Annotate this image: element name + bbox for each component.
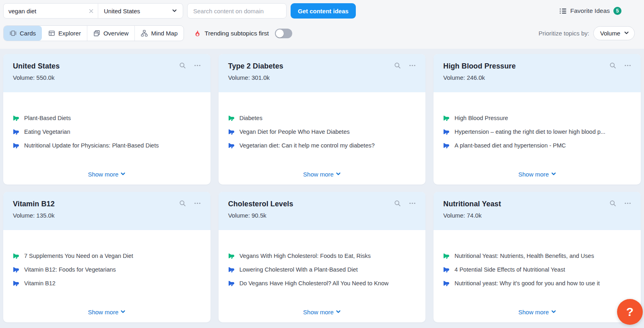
card-menu-icon[interactable]: [409, 62, 416, 69]
megaphone-icon: [443, 142, 450, 149]
card-menu-icon[interactable]: [194, 200, 201, 207]
card-menu-icon[interactable]: [624, 62, 631, 69]
headline-text: Vegans With High Cholesterol: Foods to E…: [239, 253, 371, 259]
country-select[interactable]: United States: [98, 4, 183, 18]
headline-item[interactable]: Diabetes: [228, 114, 416, 122]
headline-list: Diabetes Vegan Diet for People Who Have …: [228, 114, 416, 155]
domain-search-input[interactable]: [187, 3, 287, 19]
tab-overview[interactable]: Overview: [87, 26, 135, 41]
search-topic-icon[interactable]: [394, 200, 401, 207]
favorite-ideas-button[interactable]: Favorite Ideas 5: [559, 7, 621, 15]
topic-card-title: Type 2 Diabetes: [228, 62, 283, 71]
tab-label: Explorer: [58, 30, 81, 37]
topic-volume: Volume: 90.5k: [228, 212, 416, 219]
headline-item[interactable]: Do Vegans Have High Cholesterol? All You…: [228, 279, 416, 287]
megaphone-icon: [13, 142, 19, 149]
clear-search-icon[interactable]: [89, 8, 94, 14]
show-more-button[interactable]: Show more: [87, 169, 126, 179]
chevron-down-icon: [336, 309, 341, 316]
card-menu-icon[interactable]: [624, 200, 631, 207]
help-button[interactable]: ?: [617, 299, 643, 325]
topbar: United States Get content ideas Favorit: [0, 0, 644, 49]
megaphone-icon: [443, 129, 450, 135]
topic-card: United States Volume: 550.0k: [3, 54, 211, 185]
headline-item[interactable]: Plant-Based Diets: [13, 114, 201, 122]
headline-item[interactable]: A plant-based diet and hypertension - PM…: [443, 141, 631, 149]
headline-text: Nutritional Yeast: Nutrients, Health Ben…: [454, 253, 594, 259]
get-content-ideas-button[interactable]: Get content ideas: [291, 3, 356, 19]
headline-item[interactable]: Eating Vegetarian: [13, 127, 201, 136]
topic-volume: Volume: 135.0k: [13, 212, 201, 219]
chevron-down-icon: [624, 30, 629, 37]
megaphone-icon: [443, 280, 450, 286]
headline-item[interactable]: Nutritional yeast: Why it's good for you…: [443, 279, 631, 287]
headline-text: Diabetes: [239, 115, 262, 121]
favorite-ideas-label: Favorite Ideas: [570, 7, 610, 15]
topic-card-header: Type 2 Diabetes Volume: 301.0k: [219, 54, 426, 92]
headline-item[interactable]: Nutritional Yeast: Nutrients, Health Ben…: [443, 251, 631, 260]
show-more-button[interactable]: Show more: [518, 169, 557, 179]
headline-text: Nutritional yeast: Why it's good for you…: [454, 280, 600, 286]
show-more-label: Show more: [518, 309, 549, 316]
megaphone-icon: [443, 115, 450, 121]
topic-card-title: Nutritional Yeast: [443, 200, 501, 208]
megaphone-icon: [443, 266, 450, 273]
show-more-button[interactable]: Show more: [518, 307, 557, 317]
view-tabs: CardsExplorerOverviewMind Map: [3, 25, 184, 41]
headline-item[interactable]: Vitamin B12: [13, 279, 201, 287]
search-row: United States Get content ideas Favorit: [3, 3, 641, 19]
headline-item[interactable]: Hypertension – eating the right diet to …: [443, 127, 631, 136]
search-topic-icon[interactable]: [394, 62, 401, 69]
topic-search-field: [4, 4, 98, 18]
search-topic-icon[interactable]: [179, 62, 186, 69]
megaphone-icon: [228, 115, 235, 121]
show-more-button[interactable]: Show more: [302, 169, 342, 179]
tab-explorer[interactable]: Explorer: [42, 26, 87, 41]
topic-card-body: Diabetes Vegan Diet for People Who Have …: [219, 92, 426, 185]
search-topic-icon[interactable]: [609, 200, 616, 207]
prioritize-select-value: Volume: [600, 30, 620, 37]
show-more-label: Show more: [88, 171, 118, 178]
topic-search-input[interactable]: [8, 8, 89, 15]
headline-item[interactable]: Vegans With High Cholesterol: Foods to E…: [228, 251, 416, 260]
mindmap-icon: [141, 30, 148, 37]
favorites-count-badge: 5: [613, 7, 621, 15]
show-more-button[interactable]: Show more: [302, 307, 342, 317]
topic-card-body: Plant-Based Diets Eating Vegetarian Nutr…: [3, 92, 211, 185]
megaphone-icon: [13, 253, 19, 259]
tab-mind-map[interactable]: Mind Map: [134, 26, 184, 41]
headline-item[interactable]: Vegan Diet for People Who Have Diabetes: [228, 127, 416, 136]
topic-research-app: United States Get content ideas Favorit: [0, 0, 644, 328]
headline-item[interactable]: Nutritional Update for Physicians: Plant…: [13, 141, 201, 149]
topic-volume: Volume: 301.0k: [228, 74, 416, 81]
chevron-down-icon: [336, 171, 341, 178]
chevron-down-icon: [172, 8, 177, 15]
trending-toggle[interactable]: [275, 29, 292, 38]
card-menu-icon[interactable]: [409, 200, 416, 207]
headline-item[interactable]: 4 Potential Side Effects of Nutritional …: [443, 265, 631, 274]
headline-text: A plant-based diet and hypertension - PM…: [454, 142, 566, 149]
headline-list: Plant-Based Diets Eating Vegetarian Nutr…: [13, 114, 201, 155]
megaphone-icon: [13, 266, 19, 273]
headline-text: High Blood Pressure: [454, 115, 508, 121]
headline-item[interactable]: 7 Supplements You Need on a Vegan Diet: [13, 251, 201, 260]
headline-item[interactable]: High Blood Pressure: [443, 114, 631, 122]
headline-item[interactable]: Vitamin B12: Foods for Vegetarians: [13, 265, 201, 274]
show-more-button[interactable]: Show more: [87, 307, 126, 317]
card-menu-icon[interactable]: [194, 62, 201, 69]
topic-card-header: High Blood Pressure Volume: 246.0k: [433, 54, 641, 92]
tab-cards[interactable]: Cards: [4, 26, 42, 41]
prioritize-select[interactable]: Volume: [593, 26, 635, 40]
trending-subtopics-label: Trending subtopics first: [204, 30, 269, 37]
search-topic-icon[interactable]: [179, 200, 186, 207]
headline-item[interactable]: Lowering Cholesterol With a Plant-Based …: [228, 265, 416, 274]
headline-text: Vegetarian diet: Can it help me control …: [239, 142, 375, 149]
topic-card-title: Cholesterol Levels: [228, 200, 293, 208]
megaphone-icon: [13, 115, 19, 121]
headline-item[interactable]: Vegetarian diet: Can it help me control …: [228, 141, 416, 149]
headline-text: Hypertension – eating the right diet to …: [454, 129, 605, 135]
headline-text: Vitamin B12: Foods for Vegetarians: [24, 266, 116, 273]
chevron-down-icon: [120, 171, 126, 178]
search-topic-icon[interactable]: [609, 62, 616, 69]
headline-text: Nutritional Update for Physicians: Plant…: [24, 142, 159, 149]
